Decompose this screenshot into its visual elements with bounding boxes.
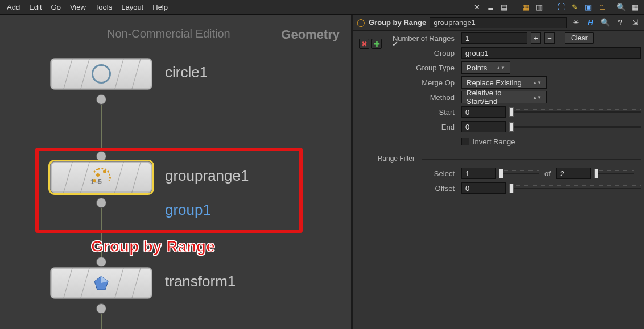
parm-select-a-slider[interactable] (499, 168, 539, 179)
parm-end-input[interactable] (461, 121, 506, 132)
chevron-updown-icon: ▲▼ (532, 81, 542, 84)
parm-grouptype-value: Points (467, 64, 487, 72)
main-menubar: Add Edit Go View Tools Layout Help ✕ ≣ ▤… (0, 0, 644, 15)
gallery-icon[interactable]: ▦ (629, 1, 641, 14)
num-ranges-plus[interactable]: + (531, 32, 541, 44)
parm-start-input[interactable] (461, 106, 506, 118)
menu-add[interactable]: Add (2, 2, 24, 13)
parm-start-label: Start (357, 108, 458, 116)
num-ranges-minus[interactable]: − (544, 32, 555, 44)
clear-button[interactable]: Clear (565, 32, 594, 44)
node-transform-input[interactable] (96, 257, 106, 267)
palette-icon[interactable]: ▦ (519, 1, 532, 14)
chevron-updown-icon: ▲▼ (532, 96, 542, 99)
parm-mergeop-value: Replace Existing (467, 78, 522, 87)
network-context-label: Geometry (281, 27, 340, 42)
chevron-updown-icon: ▲▼ (496, 66, 505, 69)
watermark-text: Non-Commercial Edition (107, 27, 230, 40)
parm-invert-label: Invert Range (473, 138, 515, 146)
parm-mergeop-dropdown[interactable]: Replace Existing ▲▼ (461, 76, 547, 89)
parm-method-value: Relative to Start/End (467, 89, 528, 106)
wire-circle-to-grouprange (101, 105, 102, 151)
circle-icon (92, 64, 111, 84)
menu-tools[interactable]: Tools (90, 2, 117, 13)
transform-icon (93, 274, 110, 291)
folder-icon[interactable]: 🗀 (596, 1, 608, 14)
menu-help[interactable]: Help (148, 2, 172, 13)
node-transform-output[interactable] (96, 303, 106, 314)
parm-invert-checkbox[interactable] (461, 138, 469, 145)
parm-offset-label: Offset (357, 184, 458, 193)
menu-edit[interactable]: Edit (24, 2, 46, 13)
parm-end-slider[interactable] (509, 121, 641, 132)
parm-select-b-input[interactable] (556, 168, 591, 179)
parm-node-type: Group by Range (369, 18, 426, 27)
parameter-pane: ◯ Group by Range ✷ H 🔍 ? ⇲ Number of Ran… (353, 15, 644, 329)
parm-group-input[interactable] (461, 47, 641, 59)
gear-icon[interactable]: ✷ (570, 17, 581, 28)
parm-offset-input[interactable] (461, 182, 506, 194)
parm-num-ranges-input[interactable] (461, 32, 527, 44)
parm-grouptype-dropdown[interactable]: Points ▲▼ (461, 61, 510, 74)
parm-mergeop-label: Merge Op (357, 78, 458, 87)
parm-start-slider[interactable] (509, 106, 641, 118)
parm-end-label: End (357, 123, 458, 131)
parm-node-path[interactable] (430, 17, 567, 28)
node-transform[interactable] (50, 267, 152, 299)
annotation-caption: Group by Range (91, 238, 215, 256)
grid-icon[interactable]: ▥ (533, 1, 546, 14)
image-icon[interactable]: ▣ (582, 1, 595, 14)
parm-method-dropdown[interactable]: Relative to Start/End ▲▼ (461, 91, 547, 103)
of-label: of (542, 169, 553, 178)
annotation-highlight-box (35, 148, 303, 233)
parm-select-a-input[interactable] (461, 168, 496, 179)
note-icon[interactable]: ✎ (568, 1, 581, 14)
tree-icon[interactable]: ≣ (484, 1, 497, 14)
parm-method-label: Method (357, 93, 458, 102)
wrench-x-icon[interactable]: ✕ (470, 1, 483, 14)
help-h-icon[interactable]: H (585, 17, 596, 28)
parm-grouptype-label: Group Type (357, 64, 458, 72)
search-icon[interactable]: 🔍 (600, 17, 611, 28)
menu-view[interactable]: View (65, 2, 90, 13)
expand-icon[interactable]: ⛶ (555, 1, 567, 14)
parm-offset-slider[interactable] (509, 182, 641, 194)
info-icon[interactable]: ? (614, 17, 626, 28)
menu-layout[interactable]: Layout (117, 2, 148, 13)
lock-toggle[interactable]: ✚ (371, 39, 382, 49)
node-circle-output[interactable] (96, 94, 106, 105)
network-view[interactable]: Non-Commercial Edition Geometry circle1 … (0, 15, 353, 329)
node-type-icon: ◯ (357, 18, 365, 27)
list-icon[interactable]: ▤ (498, 1, 510, 14)
flag-toggle[interactable]: ✔ (390, 39, 400, 49)
wire-transform-out (101, 314, 102, 329)
node-transform-label[interactable]: transform1 (165, 273, 236, 290)
search-icon[interactable]: 🔍 (615, 1, 628, 14)
parm-header: ◯ Group by Range ✷ H 🔍 ? ⇲ (353, 15, 644, 31)
pin-icon[interactable]: ⇲ (629, 17, 641, 28)
menu-go[interactable]: Go (47, 2, 65, 13)
node-circle[interactable] (50, 58, 152, 90)
range-filter-heading: Range Filter (357, 155, 418, 163)
node-circle-label[interactable]: circle1 (165, 64, 208, 81)
parm-select-label: Select (357, 169, 458, 178)
parm-select-b-slider[interactable] (594, 168, 634, 179)
bypass-toggle[interactable]: ✖ (359, 39, 369, 49)
